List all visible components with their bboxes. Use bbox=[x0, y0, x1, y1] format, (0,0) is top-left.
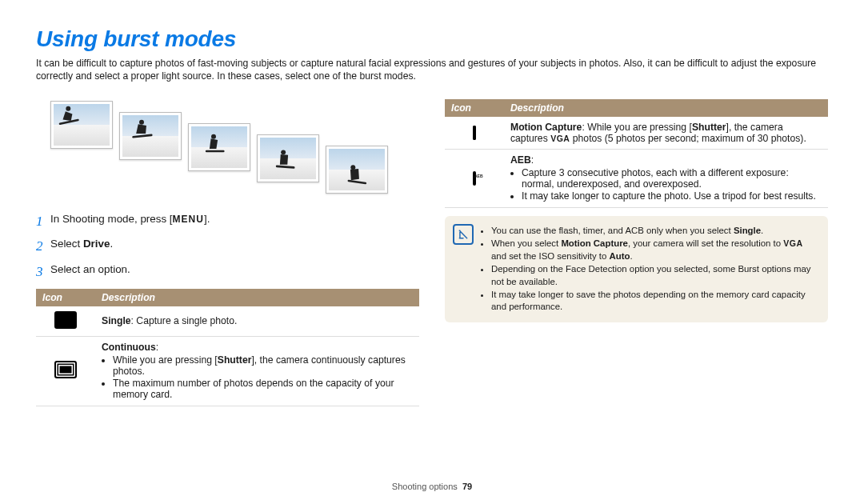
step-number: 2 bbox=[36, 236, 50, 257]
page-heading: Using burst modes bbox=[36, 26, 828, 52]
list-item: While you are pressing [Shutter], the ca… bbox=[113, 354, 413, 377]
svg-rect-3 bbox=[132, 134, 153, 138]
vga-word: VGA bbox=[550, 134, 570, 143]
step-1: 1 In Shooting mode, press [MENU]. bbox=[36, 211, 419, 232]
mode-text: : bbox=[156, 342, 158, 353]
mode-label: Single bbox=[102, 315, 131, 326]
svg-point-2 bbox=[139, 120, 144, 125]
step-text: . bbox=[110, 238, 113, 250]
list-item: It may take longer to save the photos de… bbox=[491, 289, 818, 314]
list-item: Capture 3 consecutive photos, each with … bbox=[522, 167, 822, 190]
step-2: 2 Select Drive. bbox=[36, 236, 419, 257]
burst-thumb bbox=[50, 101, 113, 149]
single-icon bbox=[54, 311, 77, 329]
mode-text: : Capture a single photo. bbox=[131, 315, 238, 326]
th-icon: Icon bbox=[445, 99, 504, 117]
burst-thumb bbox=[326, 146, 388, 194]
svg-rect-9 bbox=[347, 179, 366, 184]
burst-thumb bbox=[257, 134, 319, 182]
note-icon bbox=[453, 224, 474, 245]
step-text: ]. bbox=[204, 213, 210, 225]
continuous-icon bbox=[54, 361, 77, 378]
burst-illustration bbox=[50, 101, 419, 194]
mode-label: Continuous bbox=[102, 342, 156, 353]
step-number: 3 bbox=[36, 262, 50, 282]
step-text: In Shooting mode, press [ bbox=[50, 213, 173, 225]
table-row: AEB: Capture 3 consecutive photos, each … bbox=[445, 149, 828, 207]
svg-point-0 bbox=[66, 106, 70, 111]
left-column: 1 In Shooting mode, press [MENU]. 2 Sele… bbox=[36, 93, 419, 406]
svg-point-6 bbox=[281, 150, 286, 154]
motion-capture-icon bbox=[473, 126, 476, 140]
intro-text: It can be difficult to capture photos of… bbox=[36, 57, 828, 83]
modes-table-left: Icon Description Single: Capture a singl… bbox=[36, 289, 419, 406]
page-footer: Shooting options 79 bbox=[0, 482, 864, 491]
mode-text: : While you are pressing [ bbox=[582, 122, 692, 133]
step-text: Select an option. bbox=[50, 263, 130, 275]
step-text: Select bbox=[50, 238, 83, 250]
svg-point-4 bbox=[211, 134, 216, 139]
table-row: Motion Capture: While you are pressing [… bbox=[445, 117, 828, 150]
burst-thumb bbox=[119, 112, 182, 160]
note-box: You can use the flash, timer, and ACB on… bbox=[445, 216, 828, 322]
svg-point-8 bbox=[350, 165, 355, 170]
footer-section: Shooting options bbox=[392, 482, 458, 491]
aeb-icon bbox=[473, 171, 476, 186]
mode-label: Motion Capture bbox=[510, 122, 582, 133]
table-row: Continuous: While you are pressing [Shut… bbox=[36, 336, 419, 406]
mode-text: photos (5 photos per second; maximum of … bbox=[570, 133, 806, 144]
table-row: Single: Capture a single photo. bbox=[36, 306, 419, 337]
svg-rect-5 bbox=[206, 150, 225, 153]
modes-table-right: Icon Description Motion Capture: While y… bbox=[445, 99, 828, 208]
burst-thumb bbox=[188, 123, 250, 171]
step-3: 3 Select an option. bbox=[36, 262, 419, 282]
step-number: 1 bbox=[36, 211, 50, 232]
list-item: You can use the flash, timer, and ACB on… bbox=[491, 225, 818, 237]
list-item: It may take longer to capture the photo.… bbox=[522, 190, 822, 202]
list-item: When you select Motion Capture, your cam… bbox=[491, 238, 818, 262]
svg-rect-7 bbox=[276, 165, 295, 168]
list-item: Depending on the Face Detection option y… bbox=[491, 263, 818, 288]
mode-label: AEB bbox=[510, 154, 531, 166]
th-desc: Description bbox=[95, 289, 419, 306]
mode-text: : bbox=[531, 154, 534, 166]
mode-bold: Shutter bbox=[692, 122, 726, 133]
menu-word: MENU bbox=[173, 214, 204, 225]
list-item: The maximum number of photos depends on … bbox=[113, 378, 413, 400]
footer-page: 79 bbox=[462, 482, 472, 491]
step-bold: Drive bbox=[83, 238, 110, 250]
right-column: Icon Description Motion Capture: While y… bbox=[445, 93, 828, 406]
th-desc: Description bbox=[504, 99, 828, 117]
th-icon: Icon bbox=[36, 289, 95, 306]
